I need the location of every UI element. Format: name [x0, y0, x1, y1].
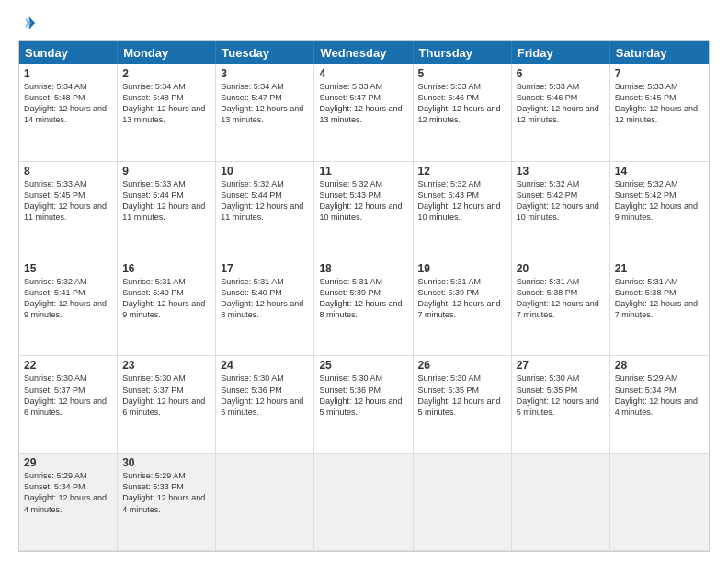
day-cell: 21Sunrise: 5:31 AM Sunset: 5:38 PM Dayli… [610, 259, 709, 357]
day-details: Sunrise: 5:33 AM Sunset: 5:46 PM Dayligh… [418, 81, 506, 126]
day-cell: 5Sunrise: 5:33 AM Sunset: 5:46 PM Daylig… [414, 64, 512, 162]
day-number: 16 [122, 262, 210, 275]
empty-cell [610, 454, 709, 551]
day-cell: 25Sunrise: 5:30 AM Sunset: 5:36 PM Dayli… [314, 356, 413, 454]
day-details: Sunrise: 5:31 AM Sunset: 5:40 PM Dayligh… [221, 276, 309, 321]
day-number: 23 [122, 359, 210, 372]
day-number: 5 [418, 67, 506, 80]
day-number: 17 [221, 262, 309, 275]
day-number: 15 [24, 262, 112, 275]
day-cell: 22Sunrise: 5:30 AM Sunset: 5:37 PM Dayli… [19, 356, 118, 454]
day-number: 25 [319, 359, 407, 372]
day-details: Sunrise: 5:33 AM Sunset: 5:47 PM Dayligh… [319, 81, 407, 126]
day-details: Sunrise: 5:32 AM Sunset: 5:41 PM Dayligh… [24, 276, 112, 321]
day-details: Sunrise: 5:32 AM Sunset: 5:42 PM Dayligh… [517, 178, 605, 224]
weekday-header: Monday [118, 41, 216, 64]
weekday-header: Tuesday [216, 41, 314, 64]
day-details: Sunrise: 5:31 AM Sunset: 5:38 PM Dayligh… [615, 276, 704, 321]
day-cell: 11Sunrise: 5:32 AM Sunset: 5:43 PM Dayli… [314, 162, 413, 259]
day-number: 29 [24, 456, 112, 469]
day-details: Sunrise: 5:29 AM Sunset: 5:34 PM Dayligh… [615, 373, 704, 418]
day-details: Sunrise: 5:33 AM Sunset: 5:46 PM Dayligh… [517, 81, 605, 126]
day-number: 6 [517, 67, 605, 80]
weekday-header: Saturday [610, 41, 709, 64]
day-details: Sunrise: 5:30 AM Sunset: 5:35 PM Dayligh… [517, 373, 605, 418]
day-details: Sunrise: 5:33 AM Sunset: 5:45 PM Dayligh… [615, 81, 704, 126]
day-number: 24 [221, 359, 309, 372]
day-cell: 19Sunrise: 5:31 AM Sunset: 5:39 PM Dayli… [414, 259, 512, 357]
empty-cell [216, 454, 314, 551]
calendar-body: 1Sunrise: 5:34 AM Sunset: 5:48 PM Daylig… [19, 64, 709, 551]
day-details: Sunrise: 5:34 AM Sunset: 5:48 PM Dayligh… [122, 81, 210, 126]
day-details: Sunrise: 5:34 AM Sunset: 5:47 PM Dayligh… [221, 81, 309, 126]
day-details: Sunrise: 5:32 AM Sunset: 5:43 PM Dayligh… [418, 178, 506, 224]
calendar-page: SundayMondayTuesdayWednesdayThursdayFrid… [0, 0, 728, 563]
day-number: 21 [615, 262, 704, 275]
weekday-header: Wednesday [314, 41, 413, 64]
calendar: SundayMondayTuesdayWednesdayThursdayFrid… [18, 40, 710, 552]
day-number: 10 [221, 165, 309, 178]
day-details: Sunrise: 5:33 AM Sunset: 5:44 PM Dayligh… [122, 178, 210, 224]
logo-icon [20, 15, 37, 31]
day-cell: 20Sunrise: 5:31 AM Sunset: 5:38 PM Dayli… [512, 259, 610, 357]
day-number: 28 [615, 359, 704, 372]
day-number: 26 [418, 359, 506, 372]
day-details: Sunrise: 5:32 AM Sunset: 5:43 PM Dayligh… [319, 178, 407, 224]
day-number: 30 [122, 456, 210, 469]
day-number: 3 [221, 67, 309, 80]
day-cell: 30Sunrise: 5:29 AM Sunset: 5:33 PM Dayli… [118, 454, 216, 551]
day-cell: 26Sunrise: 5:30 AM Sunset: 5:35 PM Dayli… [414, 356, 512, 454]
day-details: Sunrise: 5:34 AM Sunset: 5:48 PM Dayligh… [24, 81, 112, 126]
day-details: Sunrise: 5:30 AM Sunset: 5:37 PM Dayligh… [24, 373, 112, 418]
day-number: 20 [517, 262, 605, 275]
day-details: Sunrise: 5:31 AM Sunset: 5:39 PM Dayligh… [319, 276, 407, 321]
calendar-header: SundayMondayTuesdayWednesdayThursdayFrid… [19, 41, 709, 64]
day-details: Sunrise: 5:30 AM Sunset: 5:35 PM Dayligh… [418, 373, 506, 418]
day-details: Sunrise: 5:31 AM Sunset: 5:38 PM Dayligh… [517, 276, 605, 321]
empty-cell [314, 454, 413, 551]
day-number: 8 [24, 165, 112, 178]
empty-cell [414, 454, 512, 551]
day-details: Sunrise: 5:33 AM Sunset: 5:45 PM Dayligh… [24, 178, 112, 224]
day-details: Sunrise: 5:30 AM Sunset: 5:36 PM Dayligh… [221, 373, 309, 418]
day-number: 4 [319, 67, 407, 80]
day-number: 14 [615, 165, 704, 178]
day-number: 1 [24, 67, 112, 80]
day-cell: 13Sunrise: 5:32 AM Sunset: 5:42 PM Dayli… [512, 162, 610, 259]
day-cell: 29Sunrise: 5:29 AM Sunset: 5:34 PM Dayli… [19, 454, 118, 551]
day-cell: 28Sunrise: 5:29 AM Sunset: 5:34 PM Dayli… [610, 356, 709, 454]
day-cell: 17Sunrise: 5:31 AM Sunset: 5:40 PM Dayli… [216, 259, 314, 357]
logo [18, 15, 37, 31]
day-details: Sunrise: 5:32 AM Sunset: 5:44 PM Dayligh… [221, 178, 309, 224]
day-number: 27 [517, 359, 605, 372]
day-details: Sunrise: 5:29 AM Sunset: 5:33 PM Dayligh… [122, 470, 210, 515]
day-number: 12 [418, 165, 506, 178]
day-details: Sunrise: 5:30 AM Sunset: 5:37 PM Dayligh… [122, 373, 210, 418]
day-cell: 8Sunrise: 5:33 AM Sunset: 5:45 PM Daylig… [19, 162, 118, 259]
day-number: 7 [615, 67, 704, 80]
empty-cell [512, 454, 610, 551]
day-cell: 15Sunrise: 5:32 AM Sunset: 5:41 PM Dayli… [19, 259, 118, 357]
day-cell: 1Sunrise: 5:34 AM Sunset: 5:48 PM Daylig… [19, 64, 118, 162]
day-details: Sunrise: 5:30 AM Sunset: 5:36 PM Dayligh… [319, 373, 407, 418]
day-number: 2 [122, 67, 210, 80]
weekday-header: Sunday [19, 41, 118, 64]
day-cell: 23Sunrise: 5:30 AM Sunset: 5:37 PM Dayli… [118, 356, 216, 454]
day-cell: 18Sunrise: 5:31 AM Sunset: 5:39 PM Dayli… [314, 259, 413, 357]
day-number: 18 [319, 262, 407, 275]
weekday-header: Friday [512, 41, 610, 64]
day-details: Sunrise: 5:31 AM Sunset: 5:40 PM Dayligh… [122, 276, 210, 321]
day-number: 19 [418, 262, 506, 275]
day-cell: 6Sunrise: 5:33 AM Sunset: 5:46 PM Daylig… [512, 64, 610, 162]
day-cell: 27Sunrise: 5:30 AM Sunset: 5:35 PM Dayli… [512, 356, 610, 454]
day-cell: 14Sunrise: 5:32 AM Sunset: 5:42 PM Dayli… [610, 162, 709, 259]
day-details: Sunrise: 5:31 AM Sunset: 5:39 PM Dayligh… [418, 276, 506, 321]
day-number: 11 [319, 165, 407, 178]
day-details: Sunrise: 5:29 AM Sunset: 5:34 PM Dayligh… [24, 470, 112, 515]
day-cell: 16Sunrise: 5:31 AM Sunset: 5:40 PM Dayli… [118, 259, 216, 357]
day-cell: 9Sunrise: 5:33 AM Sunset: 5:44 PM Daylig… [118, 162, 216, 259]
page-header [18, 15, 710, 31]
day-number: 22 [24, 359, 112, 372]
day-cell: 7Sunrise: 5:33 AM Sunset: 5:45 PM Daylig… [610, 64, 709, 162]
day-cell: 4Sunrise: 5:33 AM Sunset: 5:47 PM Daylig… [314, 64, 413, 162]
